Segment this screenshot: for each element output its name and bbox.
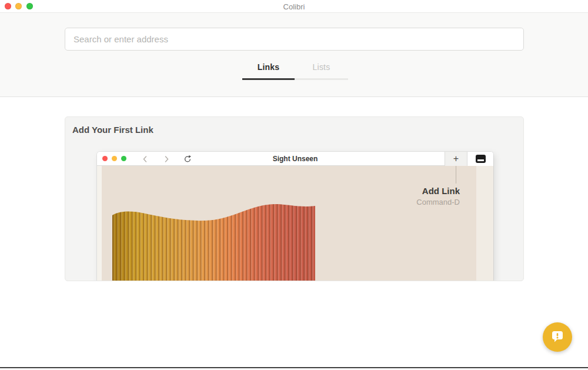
main-content: Add Your First Link	[0, 97, 588, 370]
browser-preview-toolbar: Sight Unseen +	[97, 152, 493, 166]
window-title: Colibri	[0, 2, 588, 11]
preview-toolbar-right: +	[445, 152, 493, 166]
card-title: Add Your First Link	[72, 125, 153, 135]
tab-bar: Links Lists	[242, 62, 348, 80]
bottom-bar-window-icon	[476, 155, 486, 163]
hint-shortcut: Command-D	[416, 198, 460, 206]
tab-links-label: Links	[242, 62, 295, 78]
colibri-window: Colibri Links Lists Add Your First Link	[0, 0, 588, 370]
tab-links[interactable]: Links	[242, 62, 295, 80]
add-link-plus-button: +	[445, 152, 467, 166]
preview-page-content: Add Link Command-D	[97, 166, 493, 281]
speech-bubble-exclamation-icon	[550, 329, 564, 345]
hint-leader-line	[456, 166, 456, 184]
preview-page-title: Sight Unseen	[97, 155, 493, 163]
tab-lists-underline	[295, 78, 348, 80]
browser-preview-window: Sight Unseen +	[97, 152, 493, 281]
tab-lists[interactable]: Lists	[295, 62, 348, 80]
screen-bottom-edge	[0, 367, 588, 368]
sight-unseen-preview-image	[97, 166, 493, 281]
feedback-button[interactable]	[543, 322, 572, 352]
hint-title: Add Link	[416, 186, 460, 196]
search-input[interactable]	[65, 28, 524, 51]
header-section: Links Lists	[0, 13, 588, 97]
add-link-hint: Add Link Command-D	[416, 186, 460, 206]
links-panel-button	[467, 152, 493, 166]
tab-lists-label: Lists	[295, 62, 348, 78]
titlebar: Colibri	[0, 0, 588, 13]
tab-links-underline	[242, 78, 295, 80]
add-first-link-card: Add Your First Link	[65, 116, 524, 281]
